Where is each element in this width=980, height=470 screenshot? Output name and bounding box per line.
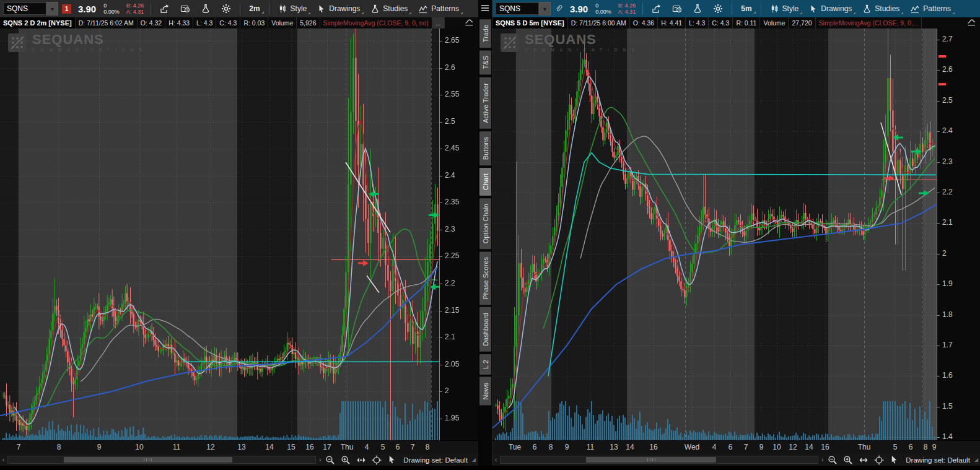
studies-menu[interactable]: Studies [858,3,904,15]
price-axis-label: 2.2 [942,188,953,196]
sidebar-tab-trade[interactable]: Trade [479,19,491,48]
study-overflow-button[interactable]: ... [432,17,445,28]
quick-study-button[interactable] [196,2,215,15]
scrollbar-handle[interactable] [64,457,233,463]
study-label[interactable]: SimpleMovingAvg (CLOSE, 9, 0,... [816,17,922,28]
pan-arrows-icon [859,455,868,465]
sidebar-tab-chart[interactable]: Chart [479,168,491,196]
drawing-set-selector[interactable]: Drawing set: Default [906,456,970,464]
pan-mode-button[interactable] [355,455,367,465]
sidebar-tab-t-s[interactable]: T&S [479,50,491,74]
flask-icon [201,4,211,14]
toolbar-separator [269,3,269,15]
sidebar-tab-option-chain[interactable]: Option Chain [479,198,491,249]
time-axis-label: 8 [924,443,928,451]
price-axis-label: 1.6 [942,371,953,380]
price-chart-canvas[interactable] [0,28,440,441]
sidebar-tab-active-trader[interactable]: Active Trader [479,77,491,129]
settings-button[interactable] [709,2,727,15]
share-button[interactable] [155,2,174,15]
sidebar-tab-dashboard[interactable]: Dashboard [479,307,491,352]
drawing-set-selector[interactable]: Drawing set: Default [403,456,468,464]
scroll-right-arrow[interactable]: › [821,456,823,463]
price-tick [937,254,940,255]
drawings-menu[interactable]: Drawings [805,3,856,15]
time-axis[interactable]: 7891011121314151617Thu45678 [0,440,478,454]
timeframe-dropdown[interactable]: 5m [737,3,756,14]
volume-value: 5,926 [297,17,320,28]
scroll-left-arrow[interactable]: ‹ [495,456,497,463]
cursor-icon [317,4,326,14]
panel-menu-button[interactable] [481,4,489,12]
chart-scrollbar[interactable] [7,456,316,464]
studies-label: Studies [383,4,408,13]
bar-range: R: 0.03 [240,17,268,28]
drawings-menu[interactable]: Drawings [313,3,364,15]
link-clip-button[interactable] [554,4,563,14]
fyi-note-icon [180,4,190,14]
time-axis-label: 4 [712,443,717,451]
time-axis-label: 10 [772,443,781,451]
change-percent: 0.00% [595,9,611,15]
fyi-notes-button[interactable] [176,2,195,15]
zoom-out-button[interactable] [324,455,336,465]
scroll-left-arrow[interactable]: ‹ [2,456,4,463]
price-axis-label: 2.45 [445,144,459,152]
zoom-in-button[interactable] [842,455,854,465]
price-axis-label: 2.3 [445,225,455,233]
patterns-menu[interactable]: Patterns [414,3,463,15]
link-group-badge[interactable]: 1 [62,4,71,14]
price-tick [937,101,940,102]
price-axis[interactable]: 2.652.62.552.52.452.42.352.32.252.22.152… [439,28,478,441]
quick-study-button[interactable] [688,2,707,15]
cursor-icon [809,4,818,14]
fyi-note-icon [672,4,682,14]
price-tick [440,176,442,176]
chart-area: SEQUANS C O M M U N I C A T I O N S 2.72… [492,28,980,441]
crosshair-mode-button[interactable] [370,455,383,465]
sidebar-tab-l-2[interactable]: L 2 [479,354,491,375]
zoom-in-button[interactable] [339,455,352,465]
sidebar-tab-news[interactable]: News [479,377,491,406]
sidebar-tab-phase-scores[interactable]: Phase Scores [479,251,491,305]
ask-value: A: 4.31 [126,9,144,15]
axis-price-mark [938,55,946,58]
study-curve-icon[interactable] [966,18,977,28]
resize-handle[interactable]: ◢ [472,457,476,463]
share-button[interactable] [647,2,666,15]
symbol-dropdown-button[interactable]: ▾ [46,2,58,15]
patterns-menu[interactable]: Patterns [906,3,955,15]
sidebar-tab-buttons[interactable]: Buttons [479,131,491,165]
scroll-right-arrow[interactable]: › [319,456,321,463]
pan-mode-button[interactable] [857,455,870,465]
studies-menu[interactable]: Studies [366,3,412,15]
time-axis[interactable]: Tue68911131416Wed467910121416Thu5689 [492,440,980,454]
ohlc-data-row: SQNS 2 D 2m [NYSE] D: 7/11/25 6:02 AM O:… [0,17,478,28]
timeframe-dropdown[interactable]: 2m [245,3,264,14]
symbol-dropdown-button[interactable]: ▾ [539,2,551,15]
style-menu[interactable]: Style [766,2,803,15]
crosshair-mode-button[interactable] [873,455,885,465]
chart-scrollbar[interactable] [500,456,818,464]
resize-handle[interactable]: ◢ [974,457,978,463]
fyi-notes-button[interactable] [668,2,686,15]
study-label[interactable]: SimpleMovingAvg (CLOSE, 9, 0, no) [320,17,432,28]
time-axis-label: 13 [237,443,245,451]
price-tick [937,162,940,163]
bar-range: R: 0.11 [733,17,760,28]
settings-button[interactable] [217,2,235,15]
scrollbar-handle[interactable] [586,457,716,463]
study-curve-icon[interactable] [464,18,475,28]
price-tick [440,419,442,419]
price-chart-canvas[interactable] [492,28,937,441]
style-menu[interactable]: Style [274,2,312,15]
price-axis-label: 2.4 [942,126,953,135]
axis-price-mark [938,83,946,85]
bid-value: B: 4.26 [126,2,144,9]
cursor-mode-button[interactable] [386,455,398,464]
zoom-out-button[interactable] [826,455,839,465]
cursor-mode-button[interactable] [888,455,900,464]
symbol-input[interactable]: SQNS [3,2,46,15]
symbol-input[interactable]: SQNS [496,2,539,15]
price-axis[interactable]: 2.72.62.52.42.32.22.121.91.81.71.61.51.4 [937,28,980,441]
